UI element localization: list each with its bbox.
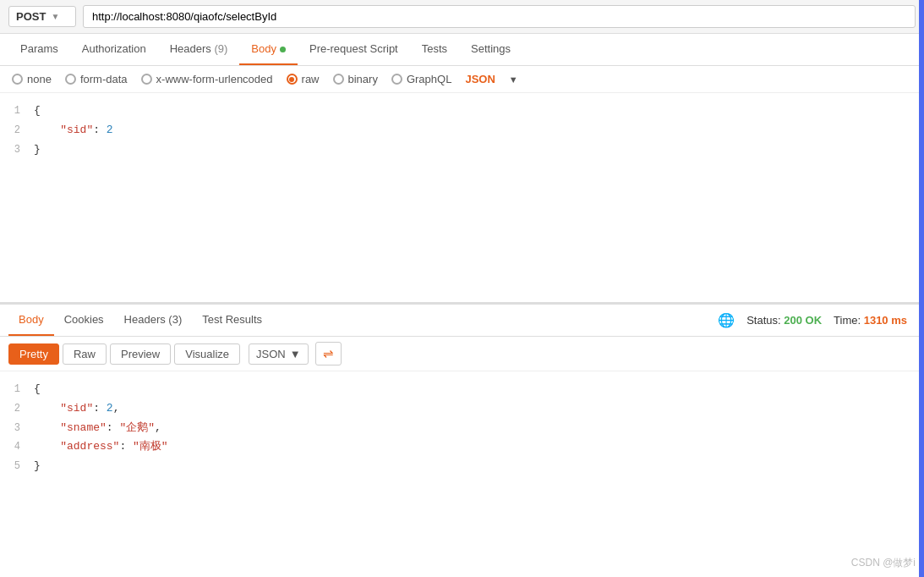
method-label: POST (16, 10, 46, 23)
json-format-label[interactable]: JSON (465, 73, 495, 85)
tab-body[interactable]: Body (239, 34, 298, 65)
preview-btn[interactable]: Preview (110, 343, 171, 365)
response-status-bar: 🌐 Status: 200 OK Time: 1310 ms (718, 312, 916, 328)
tab-headers[interactable]: Headers (9) (158, 34, 240, 65)
request-editor[interactable]: 1 { 2 "sid": 2 3 } (0, 93, 924, 305)
radio-binary (333, 74, 344, 85)
req-line-2: 2 "sid": 2 (0, 121, 924, 140)
req-line-3: 3 } (0, 140, 924, 160)
body-type-binary[interactable]: binary (333, 73, 378, 85)
raw-btn[interactable]: Raw (63, 343, 107, 365)
resp-line-1: 1 { (0, 380, 924, 399)
response-editor[interactable]: 1 { 2 "sid": 2, 3 "sname": "企鹅", 4 "addr… (0, 371, 924, 485)
body-type-formdata[interactable]: form-data (65, 73, 128, 85)
json-select-arrow: ▼ (290, 348, 301, 360)
response-tab-cookies[interactable]: Cookies (54, 305, 114, 336)
radio-graphql (391, 74, 402, 85)
time-label: Time: 1310 ms (834, 314, 907, 327)
tab-authorization[interactable]: Authorization (70, 34, 158, 65)
req-line-1: 1 { (0, 102, 924, 121)
pretty-btn[interactable]: Pretty (8, 343, 59, 365)
body-type-none[interactable]: none (12, 73, 52, 85)
body-dot (280, 47, 286, 52)
radio-raw (287, 74, 298, 85)
resp-line-2: 2 "sid": 2, (0, 399, 924, 419)
method-select[interactable]: POST ▼ (8, 6, 76, 27)
url-bar: POST ▼ (0, 0, 924, 34)
resp-line-5: 5 } (0, 457, 924, 476)
json-dropdown-arrow[interactable]: ▼ (509, 74, 518, 85)
radio-urlencoded (141, 74, 152, 85)
globe-icon: 🌐 (718, 312, 735, 328)
tab-settings[interactable]: Settings (459, 34, 522, 65)
time-value: 1310 ms (864, 314, 907, 327)
resp-line-4: 4 "address": "南极" (0, 437, 924, 457)
response-section: Body Cookies Headers (3) Test Results 🌐 … (0, 305, 924, 485)
body-types: none form-data x-www-form-urlencoded raw… (0, 66, 924, 93)
visualize-btn[interactable]: Visualize (174, 343, 240, 365)
response-tabs-bar: Body Cookies Headers (3) Test Results 🌐 … (0, 305, 924, 337)
tab-prerequest[interactable]: Pre-request Script (298, 34, 410, 65)
wrap-btn[interactable]: ⇌ (315, 342, 342, 365)
radio-formdata (65, 74, 76, 85)
response-tab-headers[interactable]: Headers (3) (114, 305, 193, 336)
watermark: CSDN @做梦i (851, 556, 916, 570)
status-value: 200 OK (784, 314, 822, 327)
tab-tests[interactable]: Tests (410, 34, 459, 65)
request-tabs: Params Authorization Headers (9) Body Pr… (0, 34, 924, 66)
response-tab-testresults[interactable]: Test Results (192, 305, 272, 336)
response-toolbar: Pretty Raw Preview Visualize JSON ▼ ⇌ (0, 337, 924, 371)
body-type-graphql[interactable]: GraphQL (391, 73, 451, 85)
send-btn[interactable] (919, 0, 924, 577)
radio-none (12, 74, 23, 85)
tab-params[interactable]: Params (8, 34, 70, 65)
body-type-urlencoded[interactable]: x-www-form-urlencoded (141, 73, 273, 85)
body-type-raw[interactable]: raw (287, 73, 320, 85)
resp-line-3: 3 "sname": "企鹅", (0, 419, 924, 438)
response-tab-body[interactable]: Body (8, 305, 54, 336)
status-label: Status: 200 OK (746, 314, 822, 327)
response-json-select[interactable]: JSON ▼ (249, 343, 309, 365)
method-arrow: ▼ (51, 12, 59, 21)
url-input[interactable] (83, 5, 916, 28)
json-select-label: JSON (256, 348, 286, 360)
